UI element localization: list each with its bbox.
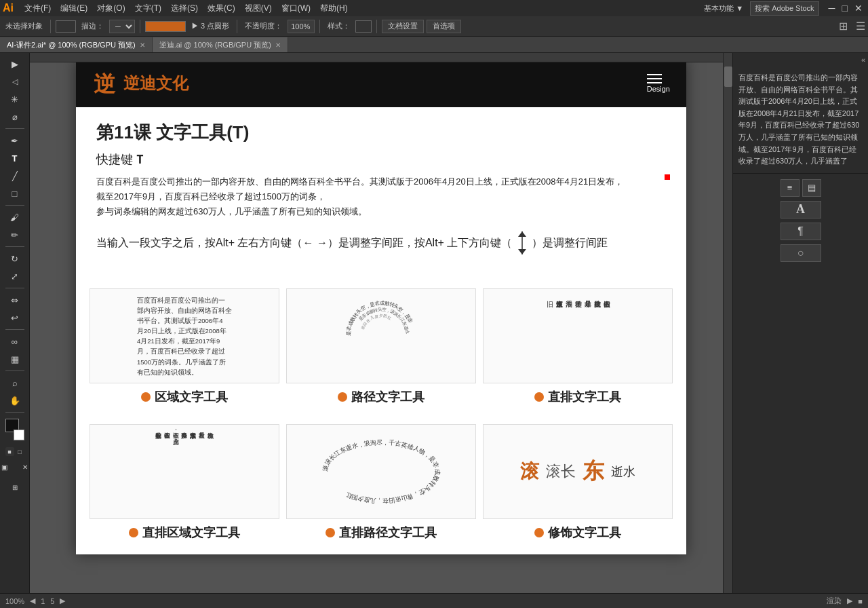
deco-char-2: 滚长: [546, 461, 576, 482]
lasso-tool[interactable]: ⌀: [5, 109, 24, 125]
brand-logo: 逆 逆迪文化: [92, 70, 189, 97]
full-mode[interactable]: □: [16, 447, 24, 456]
menu-select[interactable]: 选择(S): [167, 1, 202, 16]
canvas-area[interactable]: 逆 逆迪文化 Design 第11课 文字工具(T) 快: [30, 53, 732, 608]
page-number: 1: [41, 597, 45, 605]
hamburger-menu[interactable]: Design: [647, 74, 670, 93]
hand-tool[interactable]: ✋: [5, 392, 24, 408]
tab-bar: AI-课件2.ai* @ 100% (RGB/GPU 预览) ✕ 逆迪.ai @…: [0, 37, 868, 53]
vertical-dot: [534, 392, 544, 402]
bar-chart-tool[interactable]: ▦: [5, 351, 24, 367]
vertical-path-demo: 滚滚长江东逝水，浪淘尽，千古英雄人物，是非成败转头空，青山依旧在，几度夕阳红: [286, 424, 476, 519]
deco-dot: [534, 528, 544, 537]
stroke-color-box[interactable]: [56, 20, 76, 33]
bottom-stop-btn[interactable]: ■: [858, 597, 863, 605]
warp-tool[interactable]: ↩: [5, 309, 24, 326]
vertical-area-label: 直排区域文字工具: [129, 525, 240, 541]
page-nav-next[interactable]: ▶: [60, 596, 65, 605]
scale-tool[interactable]: ⤢: [5, 268, 24, 284]
scrollbar-thumb[interactable]: [724, 66, 732, 87]
panel-circle-icon[interactable]: ○: [781, 244, 821, 262]
line-tool[interactable]: ╱: [5, 168, 24, 184]
menu-file[interactable]: 文件(F): [20, 1, 55, 16]
svg-marker-3: [518, 249, 526, 254]
vert-col-1: 旧: [545, 295, 553, 377]
menu-view[interactable]: 视图(V): [241, 1, 276, 16]
vertical-area-tool-example: 非成败转头空 青山依旧在 依旧在，几度夕 风古今多少事 江东逝水浪淘尽 看秋月是…: [90, 424, 279, 541]
normal-mode[interactable]: ■: [5, 447, 14, 456]
doc-settings-btn[interactable]: 文档设置: [382, 20, 424, 33]
panel-align-icon[interactable]: ≡: [781, 179, 800, 197]
menu-edit[interactable]: 编辑(E): [56, 1, 92, 16]
magic-wand-tool[interactable]: ✳: [5, 91, 24, 107]
zoom-level[interactable]: 100%: [5, 597, 24, 605]
preferences-btn[interactable]: 首选项: [427, 20, 461, 33]
tab-file-1[interactable]: AI-课件2.ai* @ 100% (RGB/GPU 预览) ✕: [0, 37, 153, 52]
blend-tool[interactable]: ∞: [5, 333, 24, 349]
menu-object[interactable]: 对象(O): [93, 1, 129, 16]
path-text-label-text: 路径文字工具: [351, 389, 425, 405]
varea-dot: [129, 528, 138, 537]
tab-close-1[interactable]: ✕: [140, 41, 145, 49]
panel-tools: ≡ ▤ A ¶ ○: [733, 174, 868, 267]
search-stock[interactable]: 搜索 Adobe Stock: [750, 1, 818, 16]
menu-text[interactable]: 文字(T): [131, 1, 165, 16]
vertical-area-content: 非成败转头空 青山依旧在 依旧在，几度夕 风古今多少事 江东逝水浪淘尽 看秋月是…: [155, 428, 214, 516]
hamburger-line-1: [647, 74, 662, 75]
close-btn[interactable]: ✕: [854, 3, 863, 14]
pencil-tool[interactable]: ✏: [5, 227, 24, 243]
vert-col-4: 千古英雄: [574, 295, 582, 377]
panel-collapse-btn[interactable]: «: [861, 56, 865, 64]
stroke-select[interactable]: ─: [109, 20, 135, 33]
minimize-btn[interactable]: ─: [829, 3, 835, 14]
menu-help[interactable]: 帮助(H): [316, 1, 352, 16]
decorative-content: 滚 滚长 东 逝水: [513, 450, 642, 493]
vertical-text-content: 旧 滚滚长江东逝水 浪淘尽 千古英雄 是是非非 成败转头空 青山依旧在: [545, 295, 610, 377]
menu-window[interactable]: 窗口(W): [277, 1, 315, 16]
stroke-color[interactable]: [14, 430, 24, 440]
maximize-btn[interactable]: □: [842, 3, 848, 14]
decorative-label-text: 修饰文字工具: [548, 525, 621, 541]
horizontal-scrollbar[interactable]: [30, 53, 723, 62]
pen-tool[interactable]: ✒: [5, 132, 24, 149]
panels-toggle[interactable]: ⊞: [839, 20, 848, 33]
selection-tool[interactable]: ▶: [5, 56, 24, 72]
shape-tool[interactable]: □: [5, 185, 24, 202]
stroke-label: 描边：: [79, 20, 106, 33]
main-layout: ▶ ◁ ✳ ⌀ ✒ T ╱ □ 🖌 ✏ ↻ ⤢ ⇔ ↩ ∞ ▦ ⌕ ✋ ■ □: [0, 53, 868, 608]
tab-close-2[interactable]: ✕: [275, 41, 281, 49]
opacity-label: 不透明度：: [242, 20, 285, 33]
opacity-input[interactable]: [288, 20, 315, 33]
panel-text-tool-A[interactable]: A: [781, 201, 821, 218]
hamburger-line-2: [647, 78, 662, 79]
bottom-play-btn[interactable]: ▶: [847, 596, 852, 605]
direct-select-tool[interactable]: ◁: [5, 73, 24, 90]
width-tool[interactable]: ⇔: [5, 292, 24, 308]
tb-divider-2: [140, 20, 140, 33]
paintbrush-tool[interactable]: 🖌: [5, 209, 24, 225]
tab-file-2[interactable]: 逆迪.ai @ 100% (RGB/GPU 预览) ✕: [153, 37, 288, 52]
panel-paragraph-tool[interactable]: ¶: [781, 223, 821, 240]
tab-label-1: AI-课件2.ai* @ 100% (RGB/GPU 预览): [7, 40, 136, 50]
varea-col-3: 依旧在，几度夕: [172, 428, 180, 516]
artboard-tool[interactable]: ⊞: [5, 479, 24, 495]
zoom-tool[interactable]: ⌕: [5, 375, 24, 391]
menu-effect[interactable]: 效果(C): [203, 1, 239, 16]
panel-list-icon[interactable]: ▤: [802, 179, 821, 197]
svg-text:逆: 逆: [94, 72, 116, 96]
area-text-tool-example: 百度百科是百度公司推出的一部内容开放、自由的网络百科全书平台。其测试版于2006…: [90, 288, 279, 405]
arrange-btn[interactable]: ☰: [856, 20, 865, 33]
type-tool[interactable]: T: [5, 150, 24, 166]
color-controls[interactable]: [5, 419, 24, 440]
path-dot: [338, 392, 347, 402]
logo-icon: 逆: [92, 70, 119, 97]
orange-color-bar[interactable]: [145, 21, 186, 32]
fill-gradient[interactable]: ▣: [0, 459, 14, 475]
style-color-box[interactable]: [355, 20, 372, 33]
path-text-demo: 是非成败转头空，是非成败转头空，是非 是非成败转头空，滚滚长江东逝水 依旧在 几…: [286, 288, 476, 383]
page-nav-prev[interactable]: ◀: [30, 596, 35, 605]
vertical-scrollbar[interactable]: [723, 53, 732, 608]
rotate-tool[interactable]: ↻: [5, 250, 24, 267]
no-selection-label: 未选择对象: [3, 20, 45, 33]
red-dot-indicator: [665, 174, 670, 180]
